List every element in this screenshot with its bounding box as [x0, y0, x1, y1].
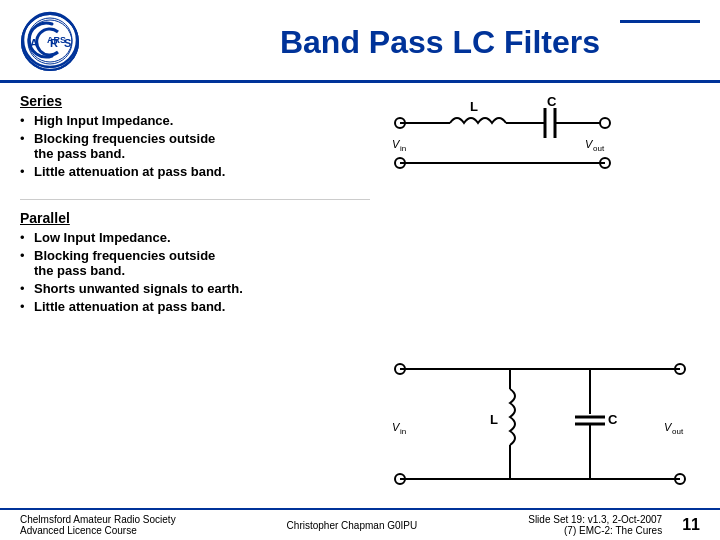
parallel-circuit-svg: L C V in V out	[390, 349, 700, 499]
footer-left: Chelmsford Amateur Radio Society Advance…	[20, 514, 176, 536]
right-panel: L C V in V out	[380, 93, 700, 503]
footer-center: Christopher Chapman G0IPU	[287, 520, 418, 531]
series-section: Series High Input Impedance. Blocking fr…	[20, 93, 370, 179]
footer-right: Slide Set 19: v1.3, 2-Oct-2007 (7) EMC-2…	[528, 514, 700, 536]
svg-text:out: out	[672, 427, 684, 436]
svg-text:L: L	[470, 99, 478, 114]
header-decoration	[620, 20, 700, 23]
svg-text:out: out	[593, 144, 605, 153]
svg-text:C: C	[608, 412, 618, 427]
svg-text:in: in	[400, 427, 406, 436]
footer: Chelmsford Amateur Radio Society Advance…	[0, 508, 720, 540]
svg-text:in: in	[400, 144, 406, 153]
series-item-2: Blocking frequencies outsidethe pass ban…	[20, 131, 370, 161]
svg-text:ARS: ARS	[47, 35, 66, 45]
left-panel: Series High Input Impedance. Blocking fr…	[20, 93, 380, 503]
footer-slide-info: Slide Set 19: v1.3, 2-Oct-2007 (7) EMC-2…	[528, 514, 662, 536]
main-content: Series High Input Impedance. Blocking fr…	[0, 83, 720, 513]
page-number: 11	[682, 516, 700, 534]
svg-text:L: L	[490, 412, 498, 427]
svg-text:C: C	[547, 94, 557, 109]
svg-point-15	[600, 118, 610, 128]
section-divider	[20, 199, 370, 200]
page-title: Band Pass LC Filters	[180, 24, 700, 61]
series-list: High Input Impedance. Blocking frequenci…	[20, 113, 370, 179]
parallel-title: Parallel	[20, 210, 370, 226]
cars-logo: ARS	[20, 10, 80, 70]
parallel-list: Low Input Impedance. Blocking frequencie…	[20, 230, 370, 314]
series-title: Series	[20, 93, 370, 109]
parallel-circuit: L C V in V out	[390, 349, 700, 503]
parallel-item-3: Shorts unwanted signals to earth.	[20, 281, 370, 296]
footer-org: Chelmsford Amateur Radio Society	[20, 514, 176, 525]
header: A R S ARS Band Pass LC Filters	[0, 0, 720, 83]
series-item-3: Little attenuation at pass band.	[20, 164, 370, 179]
series-circuit-svg: L C V in V out	[390, 93, 700, 203]
parallel-section: Parallel Low Input Impedance. Blocking f…	[20, 210, 370, 314]
series-item-1: High Input Impedance.	[20, 113, 370, 128]
parallel-item-1: Low Input Impedance.	[20, 230, 370, 245]
series-circuit: L C V in V out	[390, 93, 700, 207]
parallel-item-2: Blocking frequencies outsidethe pass ban…	[20, 248, 370, 278]
footer-course: Advanced Licence Course	[20, 525, 176, 536]
parallel-item-4: Little attenuation at pass band.	[20, 299, 370, 314]
